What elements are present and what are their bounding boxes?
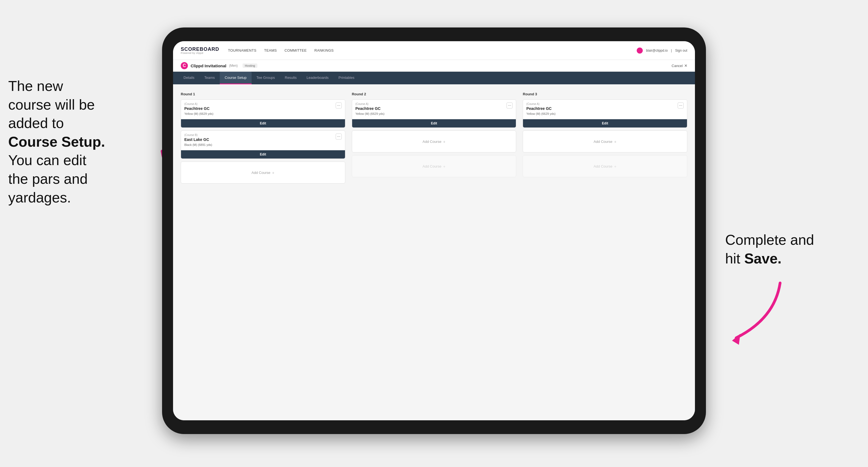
top-nav-links: TOURNAMENTS TEAMS COMMITTEE RANKINGS [228, 47, 637, 54]
round1-course-b-tee: Black (M) (6891 yds) [184, 143, 212, 147]
round2-add-course-plus-icon: + [443, 139, 445, 144]
main-content: Round 1 (Course A) Peachtree GC Yellow (… [173, 84, 695, 420]
round3-add-course-card[interactable]: Add Course + [523, 130, 687, 152]
round1-course-a-edit-button[interactable]: Edit [181, 119, 345, 127]
round1-course-a-tee: Yellow (M) (6629 yds) [184, 112, 213, 115]
round2-course-a-tee: Yellow (M) (6629 yds) [355, 112, 384, 115]
tab-results[interactable]: Results [280, 72, 302, 84]
user-avatar [637, 48, 643, 54]
arrow-right [720, 275, 797, 352]
annotation-right: Complete and hit Save. [725, 231, 851, 268]
tournament-title: Clippd Invitational [191, 63, 226, 68]
round2-add-course-text-2: Add Course + [423, 164, 445, 169]
round1-course-b-edit-button[interactable]: Edit [181, 150, 345, 158]
tab-bar: Details Teams Course Setup Tee Groups Re… [173, 72, 695, 84]
round1-course-b-name: East Lake GC [184, 137, 209, 142]
round-1-column: Round 1 (Course A) Peachtree GC Yellow (… [181, 92, 345, 186]
scoreboard-title: SCOREBOARD [181, 47, 219, 52]
scoreboard-subtitle: Powered by clippd [181, 52, 219, 54]
round2-add-course-card-2: Add Course + [352, 155, 517, 177]
round3-add-course-plus-icon: + [614, 139, 617, 144]
round-3-title: Round 3 [523, 92, 687, 96]
round2-course-a-label: (Course A) [355, 102, 384, 105]
round3-add-course-card-2: Add Course + [523, 155, 687, 177]
nav-rankings[interactable]: RANKINGS [314, 47, 334, 54]
round2-course-a-name: Peachtree GC [355, 106, 381, 111]
top-nav: SCOREBOARD Powered by clippd TOURNAMENTS… [173, 41, 695, 60]
nav-committee[interactable]: COMMITTEE [285, 47, 307, 54]
round2-course-a-menu-icon[interactable]: ⋯ [506, 102, 513, 108]
round2-add-course-text: Add Course + [423, 139, 445, 144]
round1-course-a-card: (Course A) Peachtree GC Yellow (M) (6629… [181, 99, 345, 128]
round-2-column: Round 2 (Course A) Peachtree GC Yellow (… [352, 92, 517, 186]
tablet: SCOREBOARD Powered by clippd TOURNAMENTS… [162, 28, 706, 434]
round3-course-a-header: (Course A) Peachtree GC Yellow (M) (6629… [523, 100, 687, 117]
round2-add-course-card[interactable]: Add Course + [352, 130, 517, 152]
round3-course-a-menu-icon[interactable]: ⋯ [678, 102, 684, 108]
round2-course-a-card: (Course A) Peachtree GC Yellow (M) (6629… [352, 99, 517, 128]
round2-course-a-edit-button[interactable]: Edit [352, 119, 516, 127]
round1-course-b-label: (Course B) [184, 133, 212, 136]
tab-leaderboards[interactable]: Leaderboards [302, 72, 334, 84]
round1-course-a-header: (Course A) Peachtree GC Yellow (M) (6629… [181, 100, 345, 117]
svg-marker-1 [732, 334, 740, 345]
round3-course-a-card: (Course A) Peachtree GC Yellow (M) (6629… [523, 99, 687, 128]
scoreboard-logo: SCOREBOARD Powered by clippd [181, 47, 219, 54]
round3-add-course-text: Add Course + [594, 139, 616, 144]
user-email: blair@clippd.io [646, 49, 668, 53]
round1-add-course-card[interactable]: Add Course + [181, 161, 345, 184]
round2-add-course-plus-icon-2: + [443, 164, 445, 169]
tab-tee-groups[interactable]: Tee Groups [252, 72, 280, 84]
cancel-x-icon: × [684, 63, 687, 69]
sign-out-link[interactable]: Sign out [675, 49, 687, 53]
nav-separator: | [671, 49, 672, 53]
nav-teams[interactable]: TEAMS [264, 47, 277, 54]
round3-course-a-name: Peachtree GC [526, 106, 552, 111]
round3-course-a-label: (Course A) [526, 102, 555, 105]
hosting-badge: Hosting [243, 63, 257, 68]
round1-course-a-menu-icon[interactable]: ⋯ [336, 102, 342, 108]
tournament-gender: (Men) [229, 64, 238, 68]
round3-course-a-edit-button[interactable]: Edit [523, 119, 687, 127]
round1-course-a-name: Peachtree GC [184, 106, 210, 111]
tab-course-setup[interactable]: Course Setup [220, 72, 252, 84]
tab-teams[interactable]: Teams [199, 72, 220, 84]
round1-add-course-plus-icon: + [272, 170, 274, 175]
round2-course-a-header: (Course A) Peachtree GC Yellow (M) (6629… [352, 100, 516, 117]
round3-course-a-tee: Yellow (M) (6629 yds) [526, 112, 555, 115]
c-logo: C [181, 62, 188, 69]
tournament-bar: C Clippd Invitational (Men) Hosting Canc… [173, 60, 695, 72]
round-3-column: Round 3 (Course A) Peachtree GC Yellow (… [523, 92, 687, 186]
round3-add-course-text-2: Add Course + [594, 164, 616, 169]
round1-add-course-text: Add Course + [252, 170, 274, 175]
round3-add-course-plus-icon-2: + [614, 164, 617, 169]
tab-details[interactable]: Details [179, 72, 199, 84]
tablet-screen: SCOREBOARD Powered by clippd TOURNAMENTS… [173, 41, 695, 420]
nav-tournaments[interactable]: TOURNAMENTS [228, 47, 256, 54]
round1-course-a-label: (Course A) [184, 102, 213, 105]
tab-printables[interactable]: Printables [334, 72, 359, 84]
round1-course-b-card: (Course B) East Lake GC Black (M) (6891 … [181, 130, 345, 159]
round1-course-b-header: (Course B) East Lake GC Black (M) (6891 … [181, 131, 345, 148]
cancel-button[interactable]: Cancel × [672, 63, 687, 69]
rounds-grid: Round 1 (Course A) Peachtree GC Yellow (… [181, 92, 687, 186]
round-2-title: Round 2 [352, 92, 517, 96]
top-nav-right: blair@clippd.io | Sign out [637, 48, 687, 54]
tournament-name-area: C Clippd Invitational (Men) Hosting [181, 62, 257, 69]
annotation-left: The new course will be added to Course S… [8, 77, 167, 207]
round-1-title: Round 1 [181, 92, 345, 96]
round1-course-b-menu-icon[interactable]: ⋯ [336, 133, 342, 139]
